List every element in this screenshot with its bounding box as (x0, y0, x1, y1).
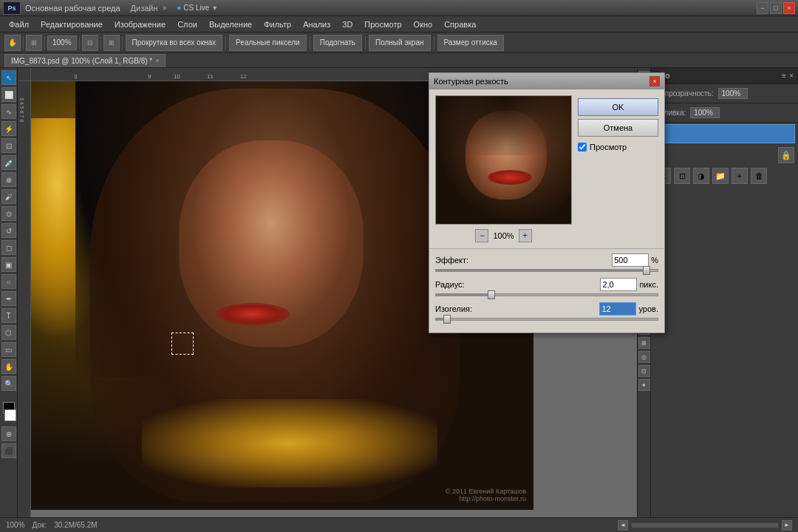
dodge-tool[interactable]: ○ (1, 274, 16, 289)
dialog-title: Контурная резкость (434, 77, 508, 86)
healing-tool[interactable]: ⊕ (1, 172, 16, 187)
adjustment-layer-icon[interactable]: ◑ (693, 168, 709, 184)
new-layer-icon[interactable]: + (732, 168, 748, 184)
menu-selection[interactable]: Выделение (203, 18, 258, 30)
crop-tool[interactable]: ⊡ (1, 138, 16, 153)
tab-close-icon[interactable]: × (155, 57, 159, 64)
separator-4 (100, 36, 101, 50)
eraser-tool[interactable]: ◻ (1, 240, 16, 255)
zoom-out-button[interactable]: − (475, 229, 488, 242)
eyedropper-tool[interactable]: 💉 (1, 155, 16, 170)
lasso-tool[interactable]: ∿ (1, 104, 16, 119)
next-frame-btn[interactable]: ► (782, 520, 792, 531)
pen-tool[interactable]: ✒ (1, 291, 16, 306)
options-icon[interactable]: ⊞ (26, 35, 42, 51)
opacity-input[interactable] (718, 88, 748, 99)
separator-2 (44, 36, 45, 50)
panel-menu-icon[interactable]: ≡ (782, 72, 786, 80)
radius-thumb[interactable] (488, 290, 495, 299)
brush-tool[interactable]: 🖌 (1, 189, 16, 204)
star-icon-btn[interactable]: ✦ (638, 379, 650, 391)
fill-input[interactable] (690, 107, 720, 118)
layer-mask-icon[interactable]: ⊡ (674, 168, 690, 184)
real-pixels-button[interactable]: Реальные пиксели (229, 35, 307, 51)
dialog-titlebar: Контурная резкость × (429, 73, 664, 89)
close-button[interactable]: × (783, 2, 795, 14)
menu-window[interactable]: Окно (408, 18, 439, 30)
effect-thumb[interactable] (643, 266, 650, 275)
menu-view[interactable]: Просмотр (358, 18, 407, 30)
menu-edit[interactable]: Редактирование (35, 18, 109, 30)
menu-3d[interactable]: 3D (336, 18, 358, 30)
group-icon[interactable]: 📁 (712, 168, 729, 184)
layer-item[interactable] (654, 124, 795, 143)
menu-filter[interactable]: Фильтр (258, 18, 297, 30)
radius-slider-row: Радиус: пикс. (435, 278, 658, 296)
ok-button[interactable]: OK (578, 98, 658, 116)
cslive-btn[interactable]: ● CS Live ▼ (177, 4, 218, 12)
zoom-input[interactable]: 100% (47, 35, 77, 50)
prev-frame-btn[interactable]: ◄ (618, 520, 628, 531)
ruler-mark-9: 9 (148, 73, 151, 80)
eye-icon-btn[interactable]: ◎ (638, 351, 650, 363)
cancel-button[interactable]: Отмена (578, 119, 658, 137)
clone-tool[interactable]: ⊙ (1, 206, 16, 221)
menu-file[interactable]: Файл (3, 18, 35, 30)
delete-layer-icon[interactable]: 🗑 (751, 168, 767, 184)
design-btn[interactable]: Дизайн (131, 4, 158, 13)
menu-help[interactable]: Справка (438, 18, 482, 30)
hand-tool-icon[interactable]: ✋ (4, 35, 21, 51)
panel-collapse-icon[interactable]: × (789, 72, 794, 80)
magic-wand-tool[interactable]: ⚡ (1, 121, 16, 136)
tab-title: IMG_8873.psd @ 100% (Слой 1, RGB/8) * (11, 57, 152, 65)
arrange-icon[interactable]: ⊞ (103, 35, 120, 51)
quick-mask-tool[interactable]: ⊗ (1, 426, 16, 441)
history-brush-tool[interactable]: ↺ (1, 223, 16, 238)
threshold-input[interactable] (599, 302, 636, 316)
gradient-tool[interactable]: ▣ (1, 257, 16, 272)
menu-analysis[interactable]: Анализ (297, 18, 336, 30)
maximize-button[interactable]: □ (770, 2, 782, 14)
camera-icon-btn[interactable]: ⊡ (638, 365, 650, 377)
background-color[interactable] (4, 409, 16, 421)
separator-8 (365, 36, 366, 50)
zoom-in-button[interactable]: + (519, 229, 532, 242)
zoom-tool[interactable]: 🔍 (1, 376, 16, 391)
layers-panel: нфо ≡ × Непрозрачность: Заливка: 🔒 fx ⊡ … (650, 68, 798, 532)
separator-1 (23, 36, 24, 50)
text-tool[interactable]: T (1, 308, 16, 323)
fullscreen-button[interactable]: Полный экран (369, 35, 431, 51)
minimize-button[interactable]: − (757, 2, 768, 14)
screen-mode-tool[interactable]: ⬛ (1, 443, 16, 458)
effect-input[interactable] (612, 253, 649, 267)
print-size-button[interactable]: Размер оттиска (437, 35, 504, 51)
artboard-icon-btn[interactable]: ⊞ (638, 337, 650, 349)
path-tool[interactable]: ⬡ (1, 325, 16, 340)
view-options-icon[interactable]: ⊟ (82, 35, 98, 51)
effect-label-row: Эффект: % (435, 253, 658, 267)
timeline-controls: ◄ ► (618, 520, 792, 531)
move-tool[interactable]: ↖ (1, 70, 16, 85)
status-doc-size: 30.2M/65.2M (54, 521, 97, 529)
selection-tool[interactable]: ⬜ (1, 87, 16, 102)
preview-image[interactable] (435, 95, 572, 225)
dialog-buttons: OK Отмена Просмотр (578, 95, 658, 242)
ruler-corner (18, 68, 31, 81)
radius-label-row: Радиус: пикс. (435, 278, 658, 291)
dialog-close-button[interactable]: × (649, 76, 660, 86)
preview-hair (436, 96, 572, 155)
threshold-thumb[interactable] (443, 315, 451, 324)
timeline-bar (631, 522, 779, 528)
menu-layers[interactable]: Слои (171, 18, 203, 30)
hand-tool[interactable]: ✋ (1, 359, 16, 374)
document-tab[interactable]: IMG_8873.psd @ 100% (Слой 1, RGB/8) * × (4, 54, 166, 67)
threshold-slider-row: Изогелия: уров. (435, 302, 658, 321)
preview-checkbox[interactable] (578, 143, 587, 151)
fg-bg-color-selector (1, 402, 16, 421)
shape-tool[interactable]: ▭ (1, 342, 16, 357)
lock-icon[interactable]: 🔒 (778, 147, 794, 163)
fit-button[interactable]: Подогнать (313, 35, 362, 51)
radius-input[interactable] (600, 278, 637, 291)
menu-image[interactable]: Изображение (109, 18, 171, 30)
scroll-all-button[interactable]: Прокрутка во всех окнах (126, 35, 223, 51)
